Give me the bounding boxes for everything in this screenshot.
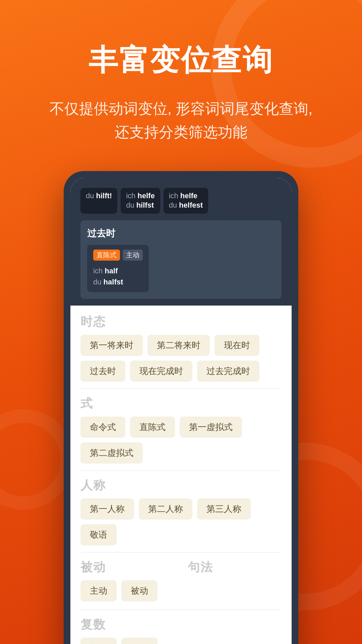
filter-group-tense: 时态 第一将来时 第二将来时 现在时 过去时 现在完成时 过去完成时 xyxy=(80,314,282,382)
tag-主动: 主动 xyxy=(123,250,143,261)
tag-现在时[interactable]: 现在时 xyxy=(215,335,259,356)
number-label: 复数 xyxy=(80,616,282,633)
tag-第一人称[interactable]: 第一人称 xyxy=(80,498,134,520)
tooltip-2: ichhelfe duhilfst xyxy=(121,188,160,214)
conj-verb1: half xyxy=(105,267,118,275)
tag-敬语[interactable]: 敬语 xyxy=(80,524,117,545)
filter-group-mode: 式 命令式 直陈式 第一虚拟式 第二虚拟式 xyxy=(80,395,282,464)
tag-第二虚拟式[interactable]: 第二虚拟式 xyxy=(80,442,143,464)
tooltip-3-verb2: helfest xyxy=(179,201,203,209)
tooltip-1: duhilft! xyxy=(80,188,117,214)
person-tags: 第一人称 第二人称 第三人称 敬语 xyxy=(80,498,282,545)
tooltip-3-pronoun2: du xyxy=(169,201,177,209)
page-title: 丰富变位查询 xyxy=(88,40,274,80)
filter-group-syntax: 句法 xyxy=(188,559,282,601)
filter-group-voice: 被动 主动 被动 xyxy=(80,559,174,601)
divider-4 xyxy=(80,609,282,610)
tense-label: 时态 xyxy=(80,314,282,330)
tag-复数[interactable]: 复数 xyxy=(121,638,158,644)
tooltip-3-verb1: helfe xyxy=(180,192,197,200)
syntax-label: 句法 xyxy=(188,559,282,576)
tag-主动[interactable]: 主动 xyxy=(80,580,117,601)
tooltip-2-pronoun1: ich xyxy=(126,192,135,200)
tag-第三人称[interactable]: 第三人称 xyxy=(197,498,251,520)
tag-第二将来时[interactable]: 第二将来时 xyxy=(147,335,210,356)
tooltip-1-pronoun: du xyxy=(86,192,94,200)
tooltip-2-verb2: hilfst xyxy=(136,201,154,209)
filter-group-person: 人称 第一人称 第二人称 第三人称 敬语 xyxy=(80,477,282,545)
person-label: 人称 xyxy=(80,477,282,494)
tag-命令式[interactable]: 命令式 xyxy=(80,417,125,438)
tag-第二人称[interactable]: 第二人称 xyxy=(139,498,192,520)
tag-直陈式[interactable]: 直陈式 xyxy=(130,417,175,438)
page-subtitle: 不仅提供动词变位, 形容词词尾变化查询,还支持分类筛选功能 xyxy=(29,97,333,144)
number-tags: 单数 复数 xyxy=(80,638,282,644)
divider-1 xyxy=(80,388,282,389)
tag-第一虚拟式[interactable]: 第一虚拟式 xyxy=(180,417,242,438)
tooltip-2-pronoun2: du xyxy=(126,201,134,209)
voice-label: 被动 xyxy=(80,559,174,576)
tag-过去完成时[interactable]: 过去完成时 xyxy=(197,361,259,382)
tooltip-2-verb1: helfe xyxy=(137,192,155,200)
conj-pron2: du xyxy=(93,278,104,286)
mode-tags: 命令式 直陈式 第一虚拟式 第二虚拟式 xyxy=(80,417,282,464)
tag-单数[interactable]: 单数 xyxy=(80,638,117,644)
phone-mockup: duhilft! ichhelfe duhilfst ichhelfe duhe… xyxy=(64,171,298,644)
tooltip-3: ichhelfe duhelfest xyxy=(164,188,208,214)
app-header: duhilft! ichhelfe duhilfst ichhelfe duhe… xyxy=(70,178,292,306)
double-group: 被动 主动 被动 句法 xyxy=(80,559,282,608)
tense-tags: 第一将来时 第二将来时 现在时 过去时 现在完成时 过去完成时 xyxy=(80,335,282,382)
conjugation-card: 直陈式 主动 ich half du halfst xyxy=(87,245,149,292)
tooltip-row: duhilft! ichhelfe duhilfst ichhelfe duhe… xyxy=(80,188,282,214)
tag-过去时[interactable]: 过去时 xyxy=(80,361,125,382)
divider-2 xyxy=(80,470,282,471)
conjugation-line1: ich half xyxy=(93,265,143,276)
past-tense-section: 过去时 直陈式 主动 ich half du halfst xyxy=(80,220,282,299)
tag-直陈式: 直陈式 xyxy=(93,250,120,261)
conjugation-line2: du halfst xyxy=(93,276,143,287)
phone-screen: duhilft! ichhelfe duhilfst ichhelfe duhe… xyxy=(70,178,292,644)
tag-被动[interactable]: 被动 xyxy=(121,580,158,601)
conj-verb2: halfst xyxy=(104,278,123,286)
mode-label: 式 xyxy=(80,395,282,412)
tooltip-3-pronoun1: ich xyxy=(169,192,178,200)
voice-tags: 主动 被动 xyxy=(80,580,174,601)
tooltip-1-verb: hilft! xyxy=(96,192,112,200)
past-tense-label: 过去时 xyxy=(87,227,275,240)
tag-第一将来时[interactable]: 第一将来时 xyxy=(80,335,143,356)
filter-section: 时态 第一将来时 第二将来时 现在时 过去时 现在完成时 过去完成时 式 xyxy=(70,306,292,644)
tag-现在完成时[interactable]: 现在完成时 xyxy=(130,361,192,382)
filter-group-number: 复数 单数 复数 xyxy=(80,616,282,644)
conj-pron1: ich xyxy=(93,267,105,275)
divider-3 xyxy=(80,552,282,552)
